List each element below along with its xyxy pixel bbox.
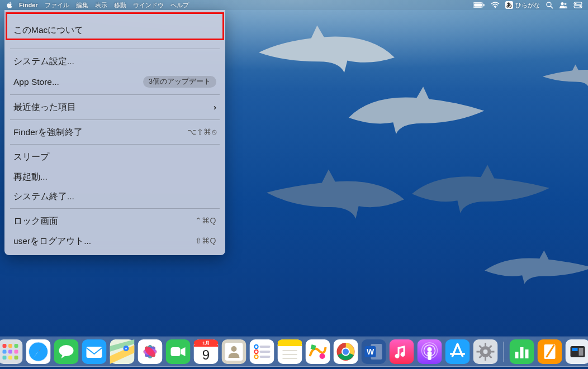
dock-divider (504, 342, 504, 362)
svg-point-71 (320, 353, 325, 359)
svg-rect-107 (579, 348, 584, 356)
svg-rect-70 (306, 339, 330, 364)
svg-rect-81 (390, 339, 414, 364)
chevron-right-icon: › (214, 102, 216, 113)
menu-separator (10, 94, 220, 95)
input-source[interactable]: あ ひらがな (505, 1, 540, 9)
menu-sleep[interactable]: スリープ (4, 147, 225, 166)
svg-point-3 (495, 7, 496, 8)
svg-rect-17 (3, 344, 7, 348)
svg-point-76 (343, 349, 349, 355)
svg-rect-18 (8, 344, 12, 348)
dock-app-pages[interactable] (538, 339, 562, 364)
menu-restart[interactable]: 再起動... (4, 167, 225, 186)
svg-rect-24 (8, 356, 12, 360)
dock-app-screenshot-tool[interactable] (566, 339, 589, 364)
menu-item-label: 最近使った項目 (13, 102, 214, 112)
svg-rect-1 (474, 3, 482, 7)
dock-app-chrome[interactable] (334, 339, 358, 364)
menu-help[interactable]: ヘルプ (170, 1, 189, 9)
apple-menu-dropdown: このMacについて システム設定... App Store... 3個のアップデ… (4, 10, 225, 255)
svg-point-9 (575, 3, 577, 4)
dock-app-appstore[interactable] (445, 339, 470, 364)
menu-separator (10, 119, 220, 120)
svg-rect-61 (260, 351, 271, 353)
dock-app-maps[interactable] (110, 339, 135, 364)
svg-rect-66 (278, 344, 302, 346)
menu-edit[interactable]: 編集 (76, 1, 88, 9)
svg-point-34 (59, 345, 74, 356)
dock-app-music[interactable] (390, 339, 414, 364)
menu-separator (10, 144, 220, 145)
menu-view[interactable]: 表示 (95, 1, 107, 9)
svg-rect-19 (15, 344, 18, 348)
spotlight-icon[interactable] (546, 1, 553, 9)
menu-force-quit[interactable]: Finderを強制終了 ⌥⇧⌘⎋ (4, 122, 225, 142)
svg-rect-50 (171, 347, 181, 356)
svg-line-5 (551, 6, 553, 8)
menu-item-label: システム終了... (13, 191, 216, 202)
calendar-month: 1月 (194, 340, 219, 346)
menu-about-this-mac[interactable]: このMacについて (4, 13, 225, 46)
dock-app-word[interactable]: W (362, 339, 386, 364)
menu-item-label: スリープ (13, 151, 216, 162)
menubar-app-name[interactable]: Finder (19, 2, 38, 8)
svg-rect-36 (87, 347, 102, 358)
svg-rect-101 (525, 349, 529, 358)
svg-text:W: W (367, 347, 374, 356)
dock-app-podcasts[interactable] (418, 339, 442, 364)
input-source-glyph: あ (505, 1, 513, 9)
svg-rect-100 (520, 347, 524, 358)
menu-lock-screen[interactable]: ロック画面 ⌃⌘Q (4, 211, 225, 231)
users-icon[interactable] (559, 1, 568, 9)
dock-app-numbers[interactable] (510, 339, 534, 364)
apple-icon[interactable] (6, 1, 13, 9)
menu-log-out[interactable]: userをログアウト... ⇧⌘Q (4, 231, 225, 251)
svg-rect-106 (572, 348, 578, 351)
menu-go[interactable]: 移動 (114, 1, 126, 9)
svg-point-83 (428, 347, 432, 352)
dock-app-reminders[interactable] (250, 339, 274, 364)
menu-window[interactable]: ウインドウ (133, 1, 164, 9)
menu-separator (10, 49, 220, 49)
dock: 1月 9 W (0, 337, 588, 367)
svg-rect-21 (8, 350, 12, 354)
wifi-icon[interactable] (491, 2, 500, 8)
menu-item-label: userをログアウト... (13, 236, 195, 246)
svg-rect-63 (260, 356, 271, 358)
dock-app-mail[interactable] (82, 339, 107, 364)
menu-item-label: このMacについて (13, 25, 216, 35)
svg-point-4 (547, 2, 551, 7)
dock-app-facetime[interactable] (166, 339, 191, 364)
battery-icon[interactable] (473, 2, 485, 8)
menu-shortcut: ⇧⌘Q (195, 236, 216, 246)
menu-app-store[interactable]: App Store... 3個のアップデート (4, 71, 225, 93)
dock-app-freeform[interactable] (306, 339, 330, 364)
svg-rect-22 (15, 350, 18, 354)
menu-system-settings[interactable]: システム設定... (4, 51, 225, 71)
dock-app-launchpad[interactable] (0, 339, 23, 364)
dock-app-photos[interactable] (138, 339, 163, 364)
svg-rect-25 (15, 356, 18, 360)
menu-item-label: App Store... (13, 76, 143, 87)
dock-app-messages[interactable] (54, 339, 79, 364)
control-center-icon[interactable] (573, 2, 582, 8)
menu-recent-items[interactable]: 最近使った項目 › (4, 97, 225, 117)
menu-file[interactable]: ファイル (45, 1, 69, 9)
dock-app-safari[interactable] (26, 339, 51, 364)
menu-item-label: ロック画面 (13, 215, 195, 226)
dock-app-notes[interactable] (278, 339, 302, 364)
menu-item-label: システム設定... (13, 56, 216, 66)
dock-app-system-settings[interactable] (473, 339, 498, 364)
menu-item-label: 再起動... (13, 171, 216, 182)
menu-shut-down[interactable]: システム終了... (4, 186, 225, 206)
svg-point-56 (231, 346, 237, 352)
input-source-label: ひらがな (515, 1, 540, 9)
dock-app-contacts[interactable] (222, 339, 246, 364)
menu-item-label: Finderを強制終了 (13, 127, 187, 137)
dock-app-calendar[interactable]: 1月 9 (194, 339, 219, 364)
svg-rect-59 (260, 346, 271, 348)
svg-rect-23 (3, 356, 7, 360)
calendar-day: 9 (194, 347, 219, 363)
svg-point-7 (565, 3, 567, 5)
